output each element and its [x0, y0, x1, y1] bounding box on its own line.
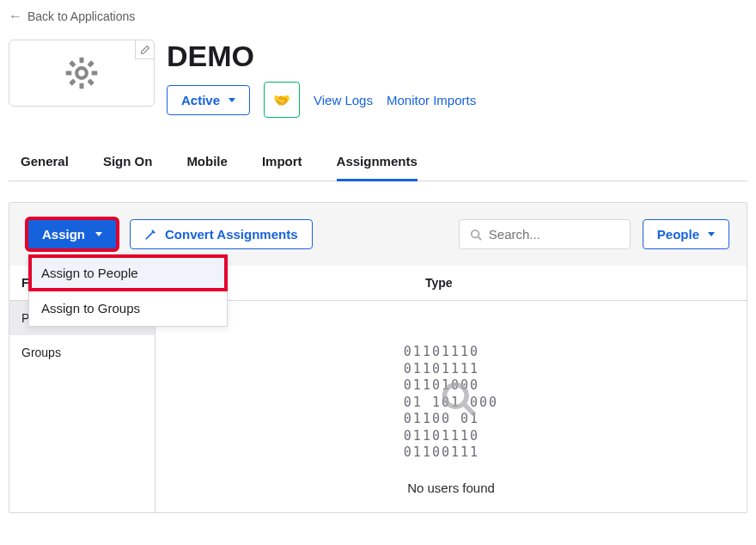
svg-rect-1 — [80, 58, 84, 64]
gear-icon — [64, 56, 99, 90]
app-logo-box — [9, 40, 155, 107]
toolbar: Assign Convert Assignments People Assign… — [9, 203, 747, 266]
empty-state: 01101110 01101111 01101000 01 101 000 01… — [155, 301, 747, 512]
search-input-wrap[interactable] — [459, 219, 631, 249]
assignments-panel: Assign Convert Assignments People Assign… — [9, 202, 747, 513]
monitor-imports-link[interactable]: Monitor Imports — [387, 93, 476, 107]
status-label: Active — [181, 93, 220, 107]
svg-rect-5 — [87, 60, 94, 67]
chevron-down-icon — [229, 98, 235, 102]
assign-dropdown-menu: Assign to People Assign to Groups — [28, 254, 228, 327]
tab-general[interactable]: General — [21, 144, 69, 181]
svg-rect-3 — [66, 71, 72, 76]
svg-point-9 — [472, 230, 479, 237]
assign-button[interactable]: Assign — [27, 218, 118, 250]
arrow-left-icon: ← — [9, 9, 22, 24]
filter-type-dropdown[interactable]: People — [643, 219, 729, 249]
chevron-down-icon — [708, 232, 715, 236]
search-input[interactable] — [489, 227, 619, 242]
view-logs-link[interactable]: View Logs — [314, 93, 373, 107]
empty-message: No users found — [407, 481, 495, 495]
wand-icon — [144, 229, 156, 241]
back-to-applications[interactable]: ← Back to Applications — [0, 0, 143, 40]
chevron-down-icon — [95, 232, 102, 236]
svg-rect-7 — [69, 60, 76, 67]
search-icon — [470, 228, 482, 242]
filter-type-label: People — [657, 227, 699, 242]
assign-label: Assign — [42, 227, 85, 242]
handshake-button[interactable]: 🤝 — [264, 82, 300, 118]
tab-sign-on[interactable]: Sign On — [103, 144, 153, 181]
convert-label: Convert Assignments — [165, 227, 297, 242]
convert-assignments-button[interactable]: Convert Assignments — [130, 219, 312, 249]
tab-import[interactable]: Import — [262, 144, 302, 181]
svg-point-11 — [444, 385, 466, 407]
handshake-icon: 🤝 — [273, 92, 290, 108]
tab-assignments[interactable]: Assignments — [337, 144, 418, 181]
type-column-header: Type — [413, 266, 465, 300]
svg-point-0 — [76, 68, 87, 78]
magnifier-icon — [440, 380, 478, 418]
type-header-row: Type — [155, 266, 747, 301]
svg-line-10 — [478, 236, 480, 239]
tab-mobile[interactable]: Mobile — [186, 144, 228, 181]
tabs: General Sign On Mobile Import Assignment… — [9, 144, 747, 181]
edit-logo-button[interactable] — [135, 40, 154, 59]
svg-rect-2 — [80, 83, 84, 89]
header-actions: Active 🤝 View Logs Monitor Imports — [167, 82, 747, 118]
header-main: DEMO Active 🤝 View Logs Monitor Imports — [167, 40, 747, 118]
status-dropdown[interactable]: Active — [167, 85, 250, 115]
svg-rect-8 — [87, 78, 94, 85]
pencil-icon — [140, 45, 150, 55]
sidebar-item-groups[interactable]: Groups — [9, 335, 155, 370]
assign-to-people-item[interactable]: Assign to People — [29, 255, 227, 291]
svg-rect-6 — [69, 78, 76, 85]
back-label: Back to Applications — [27, 9, 135, 23]
binary-art: 01101110 01101111 01101000 01 101 000 01… — [404, 344, 498, 462]
app-title: DEMO — [167, 40, 747, 73]
svg-rect-4 — [92, 71, 98, 76]
app-header: DEMO Active 🤝 View Logs Monitor Imports — [0, 40, 756, 118]
main-column: Type 01101110 01101111 01101000 01 101 0… — [155, 266, 747, 512]
assign-to-groups-item[interactable]: Assign to Groups — [29, 291, 227, 326]
svg-line-12 — [463, 404, 474, 415]
